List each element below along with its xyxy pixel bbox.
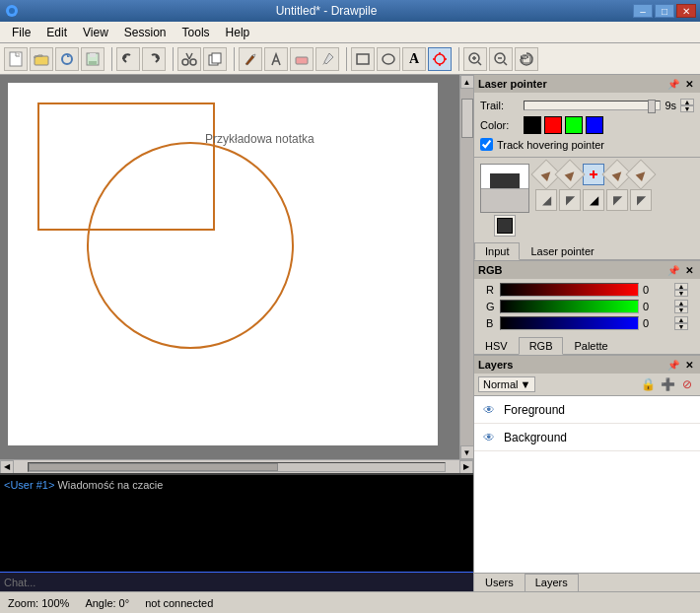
scroll-track[interactable] bbox=[460, 89, 474, 445]
tab-laser-pointer[interactable]: Laser pointer bbox=[520, 242, 604, 260]
scroll-thumb[interactable] bbox=[461, 99, 473, 138]
pen-tool[interactable] bbox=[264, 47, 288, 71]
h-scroll-thumb[interactable] bbox=[29, 463, 278, 471]
layer-delete-btn[interactable]: ⊘ bbox=[678, 375, 696, 393]
layer-eye-background[interactable]: 👁 bbox=[480, 429, 498, 446]
copy-button[interactable] bbox=[203, 47, 227, 71]
rgb-b-bar[interactable] bbox=[500, 316, 639, 330]
layer-eye-foreground[interactable]: 👁 bbox=[480, 401, 498, 419]
canvas-v-scroll[interactable]: ▲ ▼ bbox=[459, 75, 473, 459]
layers-close-btn[interactable]: ✕ bbox=[682, 358, 696, 372]
open-button[interactable] bbox=[30, 47, 53, 71]
color-blue[interactable] bbox=[586, 116, 603, 134]
menu-view[interactable]: View bbox=[75, 24, 116, 41]
cut-button[interactable] bbox=[177, 47, 201, 71]
brush-sub-tool-2[interactable]: ◤ bbox=[559, 189, 581, 211]
color-green[interactable] bbox=[565, 116, 583, 134]
scroll-right-btn[interactable]: ▶ bbox=[459, 460, 473, 474]
tab-rgb[interactable]: RGB bbox=[519, 337, 564, 355]
bottom-tab-users[interactable]: Users bbox=[474, 574, 525, 591]
toolbar: A bbox=[0, 43, 700, 75]
rgb-close-btn[interactable]: ✕ bbox=[682, 263, 696, 277]
menu-tools[interactable]: Tools bbox=[175, 24, 218, 41]
brush-sub-tool-1[interactable]: ◢ bbox=[535, 189, 557, 211]
layers-pin-btn[interactable]: 📌 bbox=[666, 358, 680, 372]
trail-thumb[interactable] bbox=[648, 100, 656, 113]
brush-sub-tool-5[interactable]: ◤ bbox=[630, 189, 652, 211]
menu-session[interactable]: Session bbox=[116, 24, 175, 41]
redo-button[interactable] bbox=[142, 47, 166, 71]
fg-color-small[interactable] bbox=[494, 215, 516, 237]
reset-view-button[interactable] bbox=[515, 47, 538, 71]
rgb-g-up[interactable]: ▲ bbox=[674, 300, 688, 306]
maximize-button[interactable]: □ bbox=[655, 4, 674, 18]
rgb-panel-buttons: 📌 ✕ bbox=[666, 263, 696, 277]
zoom-out-button[interactable] bbox=[489, 47, 513, 71]
chat-username: <User #1> bbox=[4, 479, 54, 491]
rgb-r-spinner[interactable]: ▲ ▼ bbox=[674, 283, 688, 297]
layer-lock-btn[interactable]: 🔒 bbox=[639, 375, 657, 393]
tab-hsv[interactable]: HSV bbox=[474, 337, 519, 355]
eraser-tool[interactable] bbox=[290, 47, 314, 71]
layer-mode-selector[interactable]: Normal ▼ bbox=[478, 376, 535, 392]
menu-file[interactable]: File bbox=[4, 24, 38, 41]
brush-tool-5[interactable]: ▶ bbox=[625, 159, 656, 189]
rgb-g-spinner[interactable]: ▲ ▼ bbox=[674, 300, 688, 313]
scroll-down-btn[interactable]: ▼ bbox=[460, 445, 474, 459]
trail-slider[interactable] bbox=[524, 101, 661, 110]
picker-tool[interactable] bbox=[315, 47, 339, 71]
layer-item-foreground[interactable]: 👁 Foreground bbox=[474, 396, 700, 424]
trail-spinner[interactable]: ▲ ▼ bbox=[680, 99, 694, 112]
trail-value: 9s bbox=[665, 100, 676, 111]
rgb-pin-btn[interactable]: 📌 bbox=[666, 263, 680, 277]
save-button[interactable] bbox=[81, 47, 105, 71]
refresh-button[interactable] bbox=[55, 47, 79, 71]
color-tabs: HSV RGB Palette bbox=[474, 337, 700, 355]
chat-input[interactable] bbox=[0, 572, 473, 591]
rect-tool[interactable] bbox=[351, 47, 375, 71]
zoom-in-button[interactable] bbox=[463, 47, 487, 71]
color-red[interactable] bbox=[544, 116, 562, 134]
layer-item-background[interactable]: 👁 Background bbox=[474, 424, 700, 451]
panel-pin-btn[interactable]: 📌 bbox=[666, 77, 680, 91]
color-black[interactable] bbox=[524, 116, 541, 134]
text-tool[interactable]: A bbox=[402, 47, 426, 71]
rgb-b-up[interactable]: ▲ bbox=[674, 316, 688, 323]
tab-palette[interactable]: Palette bbox=[563, 337, 618, 355]
scroll-up-btn[interactable]: ▲ bbox=[460, 75, 474, 89]
trail-up-btn[interactable]: ▲ bbox=[680, 99, 694, 105]
h-scroll-track[interactable] bbox=[28, 462, 446, 472]
rgb-g-down[interactable]: ▼ bbox=[674, 306, 688, 313]
pencil-tool[interactable] bbox=[239, 47, 262, 71]
laser-tool[interactable] bbox=[428, 47, 452, 71]
rgb-g-bar[interactable] bbox=[500, 300, 639, 313]
scroll-left-btn[interactable]: ◀ bbox=[0, 460, 14, 474]
ellipse-tool[interactable] bbox=[377, 47, 400, 71]
trail-down-btn[interactable]: ▼ bbox=[680, 105, 694, 112]
brush-tool-2[interactable]: ▶ bbox=[554, 159, 585, 189]
undo-button[interactable] bbox=[116, 47, 140, 71]
rgb-r-up[interactable]: ▲ bbox=[674, 283, 688, 290]
close-button[interactable]: ✕ bbox=[676, 4, 696, 18]
brush-sub-tool-3[interactable]: ◢ bbox=[583, 189, 604, 211]
menu-edit[interactable]: Edit bbox=[38, 24, 75, 41]
panel-close-btn[interactable]: ✕ bbox=[682, 77, 696, 91]
bottom-tab-layers[interactable]: Layers bbox=[525, 574, 579, 591]
chat-message: Wiadomość na czacie bbox=[57, 479, 163, 491]
rgb-r-down[interactable]: ▼ bbox=[674, 290, 688, 297]
rgb-r-bar[interactable] bbox=[500, 283, 639, 297]
canvas-h-scroll[interactable]: ◀ ▶ bbox=[0, 459, 473, 473]
tab-input[interactable]: Input bbox=[474, 242, 520, 260]
menu-help[interactable]: Help bbox=[218, 24, 258, 41]
canvas-white[interactable]: Przykładowa notatka bbox=[8, 83, 438, 445]
rgb-b-spinner[interactable]: ▲ ▼ bbox=[674, 316, 688, 330]
input-tabs: Input Laser pointer bbox=[474, 242, 700, 260]
canvas-area[interactable]: Przykładowa notatka bbox=[0, 75, 459, 459]
new-button[interactable] bbox=[4, 47, 28, 71]
track-hover-checkbox[interactable] bbox=[480, 138, 493, 151]
rgb-b-down[interactable]: ▼ bbox=[674, 323, 688, 330]
minimize-button[interactable]: – bbox=[633, 4, 653, 18]
brush-sub-tool-4[interactable]: ◤ bbox=[606, 189, 628, 211]
brush-preview-area bbox=[480, 164, 529, 237]
layer-add-btn[interactable]: ➕ bbox=[659, 375, 676, 393]
